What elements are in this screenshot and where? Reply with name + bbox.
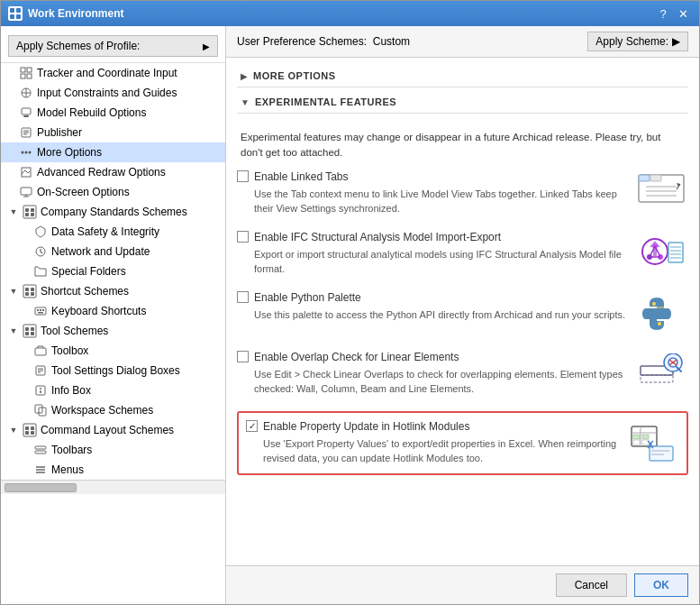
close-button[interactable]: ✕ (674, 5, 692, 23)
sidebar-label-model-rebuild: Model Rebuild Options (37, 106, 146, 119)
main-panel: User Preference Schemes: Custom Apply Sc… (226, 26, 699, 604)
svg-point-17 (22, 151, 24, 154)
svg-rect-36 (37, 309, 39, 311)
svg-point-85 (652, 302, 656, 306)
sidebar-item-model-rebuild[interactable]: Model Rebuild Options (1, 103, 225, 123)
property-update-label: Enable Property Update in Hotlink Module… (263, 420, 469, 433)
experimental-chevron: ▼ (241, 97, 250, 107)
svg-rect-21 (21, 188, 32, 195)
sidebar-item-toolbox[interactable]: Toolbox (1, 341, 225, 361)
sidebar-item-special-folders[interactable]: Special Folders (1, 261, 225, 281)
svg-rect-24 (23, 206, 36, 218)
advanced-redraw-icon (19, 165, 33, 179)
sidebar-label-input-constraints: Input Constraints and Guides (37, 87, 177, 99)
python-palette-checkbox[interactable] (237, 291, 249, 303)
svg-rect-26 (25, 213, 29, 216)
svg-rect-98 (642, 435, 649, 439)
svg-rect-33 (31, 288, 34, 291)
cancel-button[interactable]: Cancel (556, 573, 627, 597)
svg-rect-61 (35, 451, 46, 454)
svg-rect-40 (23, 325, 36, 337)
sidebar-label-toolbars: Toolbars (51, 444, 92, 456)
svg-rect-97 (633, 435, 640, 439)
overlap-check-label: Enable Overlap Check for Linear Elements (254, 351, 459, 363)
sidebar-item-on-screen[interactable]: On-Screen Options (1, 182, 225, 202)
sidebar-item-input-constraints[interactable]: Input Constraints and Guides (1, 83, 225, 103)
svg-point-18 (25, 151, 28, 154)
svg-rect-45 (35, 348, 46, 355)
sidebar-item-tool-schemes[interactable]: ▼ Tool Schemes (1, 321, 225, 341)
svg-rect-12 (23, 115, 29, 117)
content-area: ▶ MORE OPTIONS ▼ EXPERIMENTAL FEATURES E… (226, 58, 699, 565)
svg-point-51 (40, 388, 41, 390)
sidebar: Apply Schemes of Profile: ▶ Tracker and … (1, 26, 226, 604)
sidebar-item-data-safety[interactable]: Data Safety & Integrity (1, 222, 225, 242)
sidebar-item-info-box[interactable]: Info Box (1, 380, 225, 400)
network-update-icon (33, 244, 48, 259)
bottom-bar: Cancel OK (226, 565, 699, 604)
more-options-section-header[interactable]: ▶ MORE OPTIONS (237, 65, 688, 87)
apply-scheme-button[interactable]: Apply Scheme: ▶ (587, 32, 688, 51)
sidebar-label-toolbox: Toolbox (51, 344, 88, 357)
sidebar-item-toolbars[interactable]: Toolbars (1, 440, 225, 460)
svg-rect-34 (31, 292, 34, 296)
svg-rect-67 (650, 175, 661, 181)
apply-schemes-button[interactable]: Apply Schemes of Profile: ▶ (8, 35, 218, 57)
data-safety-icon (33, 225, 48, 239)
ok-button[interactable]: OK (634, 573, 688, 597)
sidebar-item-publisher[interactable]: Publisher (1, 123, 225, 142)
experimental-section-header[interactable]: ▼ EXPERIMENTAL FEATURES (237, 91, 688, 114)
sidebar-item-shortcut-schemes[interactable]: ▼ Shortcut Schemes (1, 281, 225, 301)
dialog-title: Work Environment (28, 7, 123, 20)
company-standards-icon (23, 205, 37, 219)
svg-rect-57 (25, 431, 29, 435)
tool-schemes-icon (23, 324, 37, 338)
svg-rect-3 (16, 14, 21, 19)
svg-rect-0 (10, 8, 14, 13)
tool-settings-icon (33, 363, 48, 378)
feature-property-update: Enable Property Update in Hotlink Module… (237, 411, 688, 475)
svg-rect-32 (25, 292, 29, 296)
experimental-section-title: EXPERIMENTAL FEATURES (255, 96, 396, 107)
sidebar-item-advanced-redraw[interactable]: Advanced Redraw Options (1, 162, 225, 182)
svg-rect-58 (31, 426, 34, 430)
linked-tabs-icon (634, 170, 688, 215)
svg-rect-4 (21, 68, 25, 72)
sidebar-label-tool-schemes: Tool Schemes (41, 325, 108, 337)
svg-rect-100 (642, 440, 649, 445)
sidebar-item-menus[interactable]: Menus (1, 460, 225, 480)
sidebar-label-shortcut-schemes: Shortcut Schemes (41, 285, 129, 298)
tool-schemes-arrow: ▼ (8, 326, 19, 335)
svg-rect-1 (16, 8, 21, 13)
command-layout-icon (23, 423, 37, 437)
svg-rect-60 (35, 446, 46, 449)
more-options-icon (19, 145, 33, 160)
sidebar-item-workspace-schemes[interactable]: Workspace Schemes (1, 400, 225, 420)
sidebar-label-advanced-redraw: Advanced Redraw Options (37, 166, 166, 179)
sidebar-item-keyboard-shortcuts[interactable]: Keyboard Shortcuts (1, 301, 225, 321)
title-bar: Work Environment ? ✕ (1, 1, 699, 26)
svg-rect-59 (31, 431, 34, 435)
ifc-structural-checkbox[interactable] (237, 231, 249, 243)
sidebar-item-tracker[interactable]: Tracker and Coordinate Input (1, 63, 225, 83)
sidebar-item-more-options[interactable]: More Options (1, 142, 225, 162)
svg-rect-7 (27, 74, 32, 78)
sidebar-item-network-update[interactable]: Network and Update (1, 242, 225, 261)
sidebar-label-command-layout: Command Layout Schemes (41, 424, 174, 436)
overlap-check-icon (634, 351, 688, 396)
sidebar-label-special-folders: Special Folders (51, 265, 126, 278)
linked-tabs-checkbox[interactable] (237, 170, 249, 182)
sidebar-label-publisher: Publisher (37, 126, 82, 139)
overlap-check-checkbox[interactable] (237, 351, 249, 362)
more-options-section-title: MORE OPTIONS (253, 70, 336, 81)
svg-rect-6 (21, 74, 25, 78)
dialog-icon (8, 6, 23, 21)
feature-linked-tabs: Enable Linked Tabs Use the Tab context m… (237, 170, 688, 216)
sidebar-item-command-layout[interactable]: ▼ Command Layout Schemes (1, 420, 225, 440)
sidebar-item-company-standards[interactable]: ▼ Company Standards Schemes (1, 202, 225, 222)
svg-rect-55 (23, 424, 36, 436)
property-update-checkbox[interactable] (246, 420, 258, 432)
feature-python-palette: Enable Python Palette Use this palette t… (237, 291, 688, 336)
help-button[interactable]: ? (654, 5, 672, 23)
sidebar-item-tool-settings[interactable]: Tool Settings Dialog Boxes (1, 361, 225, 380)
